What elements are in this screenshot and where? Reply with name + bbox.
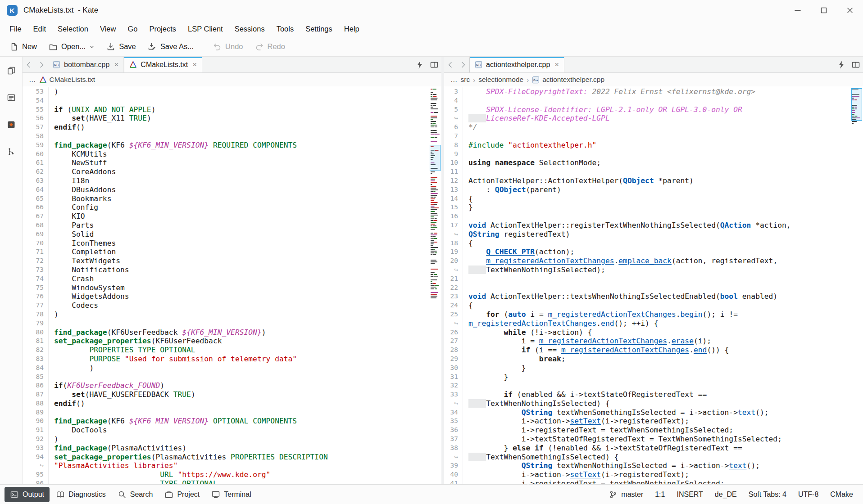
code-line[interactable]: 15} xyxy=(444,203,863,212)
minimize-button[interactable] xyxy=(785,0,811,21)
code-line[interactable]: 20 m_registeredActionTextChanges.emplace… xyxy=(444,256,863,266)
statusbar-diagnostics-toggle[interactable]: Diagnostics xyxy=(50,487,111,502)
code-line[interactable]: ↪QString registeredText) xyxy=(444,230,863,239)
menu-selection[interactable]: Selection xyxy=(52,22,94,36)
code-line[interactable]: 31 } xyxy=(444,373,863,382)
code-line[interactable]: 70 IconThemes xyxy=(23,239,441,248)
code-line[interactable]: 66 Config xyxy=(23,203,441,212)
code-line[interactable]: 72 TextWidgets xyxy=(23,256,441,266)
code-line[interactable]: 14{ xyxy=(444,194,863,203)
tab-close-icon[interactable]: × xyxy=(554,60,559,69)
code-line[interactable]: 77 Codecs xyxy=(23,301,441,310)
toolbar-new-button[interactable]: New xyxy=(5,39,42,54)
quick-open-button[interactable] xyxy=(413,57,427,72)
code-line[interactable]: 63 I18n xyxy=(23,176,441,185)
tab-bottombar-cpp[interactable]: C++bottombar.cpp× xyxy=(48,57,124,72)
tab-scroll-right-button[interactable] xyxy=(457,57,469,72)
tab-scroll-left-button[interactable] xyxy=(23,57,35,72)
code-line[interactable]: ↪ TextWhenNothingIsSelected) { xyxy=(444,399,863,408)
toolview-git-button[interactable] xyxy=(5,118,18,131)
code-line[interactable]: 40 i->action->setText(i->registeredText)… xyxy=(444,470,863,479)
code-line[interactable]: 21 xyxy=(444,274,863,284)
code-line[interactable]: 17void ActionTextHelper::registerTextWhe… xyxy=(444,221,863,230)
toolbar-open-button[interactable]: Open... xyxy=(44,39,100,54)
statusbar-insert[interactable]: INSERT xyxy=(671,487,708,502)
menu-projects[interactable]: Projects xyxy=(143,22,182,36)
code-line[interactable]: 10using namespace SelectionMode; xyxy=(444,158,863,167)
code-line[interactable]: 33 if (enabled && i->textStateOfRegister… xyxy=(444,390,863,399)
close-button[interactable] xyxy=(837,0,863,21)
code-line[interactable]: 53) xyxy=(23,87,441,96)
statusbar-terminal-toggle[interactable]: Terminal xyxy=(206,487,256,502)
statusbar-master[interactable]: master xyxy=(603,487,649,502)
split-view-button[interactable] xyxy=(849,57,863,72)
code-line[interactable]: 86if(KF6UserFeedback_FOUND) xyxy=(23,381,441,390)
code-line[interactable]: 92) xyxy=(23,435,441,444)
code-line[interactable]: 95 URL "https://www.kde.org" xyxy=(23,470,441,479)
code-line[interactable]: 27 i = m_registeredActionTextChanges.era… xyxy=(444,337,863,346)
breadcrumb-item-cmakelists-txt[interactable]: CMakeLists.txt xyxy=(39,76,95,84)
code-line[interactable]: 22 xyxy=(444,284,863,292)
code-line[interactable]: 19 Q_CHECK_PTR(action); xyxy=(444,248,863,256)
code-line[interactable]: 57endif() xyxy=(23,123,441,132)
code-line[interactable]: ↪ LicenseRef-KDE-Accepted-LGPL xyxy=(444,114,863,123)
breadcrumb-item-selectionmode[interactable]: selectionmode xyxy=(478,76,523,84)
code-line[interactable]: 96 TYPE OPTIONAL xyxy=(23,479,441,484)
code-line[interactable]: 80find_package(KF6UserFeedback ${KF6_MIN… xyxy=(23,328,441,337)
code-line[interactable]: 90find_package(KF6 ${KF6_MIN_VERSION} OP… xyxy=(23,417,441,426)
code-line[interactable]: 75 WindowSystem xyxy=(23,284,441,292)
minimap-scrollbar[interactable] xyxy=(851,87,862,141)
code-line[interactable]: ↪ TextWhenSomethingIsSelected) { xyxy=(444,453,863,462)
code-line[interactable]: 18{ xyxy=(444,239,863,248)
code-line[interactable]: 71 Completion xyxy=(23,248,441,256)
toolbar-redo-button[interactable]: Redo xyxy=(250,39,290,54)
breadcrumb-item-item[interactable]: … xyxy=(450,76,458,84)
code-line[interactable]: 12ActionTextHelper::ActionTextHelper(QOb… xyxy=(444,176,863,185)
code-line[interactable]: 32 xyxy=(444,381,863,390)
breadcrumb-item-actiontexthelper-cpp[interactable]: C++actiontexthelper.cpp xyxy=(532,76,604,84)
minimap-scrollbar[interactable] xyxy=(430,87,441,317)
code-line[interactable]: 74 Crash xyxy=(23,274,441,284)
tab-scroll-left-button[interactable] xyxy=(444,57,457,72)
toolbar-undo-button[interactable]: Undo xyxy=(208,39,248,54)
code-line[interactable]: 26 while (!i->action) { xyxy=(444,328,863,337)
menu-go[interactable]: Go xyxy=(122,22,143,36)
code-line[interactable]: 76 WidgetsAddons xyxy=(23,292,441,301)
statusbar-de-de[interactable]: de_DE xyxy=(709,487,742,502)
code-line[interactable]: ↪"PlasmaActivities libraries" xyxy=(23,461,441,470)
code-line[interactable]: 91 DocTools xyxy=(23,426,441,435)
code-line[interactable]: 58 xyxy=(23,132,441,141)
tab-actiontexthelper-cpp[interactable]: C++actiontexthelper.cpp× xyxy=(469,57,564,72)
code-line[interactable]: 3 SPDX-FileCopyrightText: 2022 Felix Ern… xyxy=(444,87,863,96)
code-line[interactable]: 24{ xyxy=(444,301,863,310)
code-line[interactable]: 84 ) xyxy=(23,364,441,373)
code-line[interactable]: 78) xyxy=(23,310,441,319)
code-line[interactable]: 16 xyxy=(444,212,863,221)
toolview-filesystem-button[interactable] xyxy=(5,91,18,104)
menu-help[interactable]: Help xyxy=(338,22,365,36)
code-line[interactable]: 94set_package_properties(PlasmaActivitie… xyxy=(23,453,441,462)
statusbar-project-toggle[interactable]: Project xyxy=(159,487,205,502)
code-line[interactable]: 65 Bookmarks xyxy=(23,194,441,203)
code-line[interactable]: 6*/ xyxy=(444,123,863,132)
code-line[interactable]: 41 i->registeredText = textWhenNothingIs… xyxy=(444,479,863,484)
code-line[interactable]: 9 xyxy=(444,150,863,159)
code-line[interactable]: 39 QString textWhenNothingIsSelected = i… xyxy=(444,461,863,470)
code-line[interactable]: ↪m_registeredActionTextChanges.end(); ++… xyxy=(444,319,863,328)
toolview-documents-button[interactable] xyxy=(5,64,18,77)
code-line[interactable]: 28 if (i == m_registeredActionTextChange… xyxy=(444,346,863,355)
tab-scroll-right-button[interactable] xyxy=(35,57,48,72)
code-line[interactable]: 30 } xyxy=(444,364,863,373)
code-line[interactable]: 54 xyxy=(23,96,441,105)
menu-lsp-client[interactable]: LSP Client xyxy=(182,22,229,36)
statusbar-output-toggle[interactable]: Output xyxy=(5,487,50,502)
editor-left[interactable]: 53)5455if (UNIX AND NOT APPLE)56 set(HAV… xyxy=(23,86,441,484)
menu-settings[interactable]: Settings xyxy=(300,22,338,36)
code-line[interactable]: 56 set(HAVE_X11 TRUE) xyxy=(23,114,441,123)
code-line[interactable]: 61 NewStuff xyxy=(23,158,441,167)
toolview-symbols-button[interactable] xyxy=(5,145,18,158)
quick-open-button[interactable] xyxy=(834,57,849,72)
code-line[interactable]: 34 QString textWhenSomethingIsSelected =… xyxy=(444,408,863,417)
code-line[interactable]: 89 xyxy=(23,408,441,417)
code-line[interactable]: 7 xyxy=(444,132,863,141)
